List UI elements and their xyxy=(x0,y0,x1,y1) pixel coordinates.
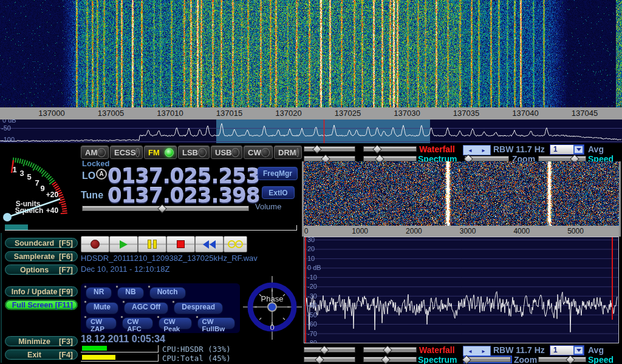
spectrum-range-thumb-bottom[interactable] xyxy=(315,355,324,364)
waterfall-contrast-thumb-top[interactable] xyxy=(372,144,382,154)
cw-fullbw-button[interactable]: CW FullBw xyxy=(197,317,236,329)
phase-dial[interactable]: Phase 0 xyxy=(243,276,302,340)
mode-fm-button[interactable]: FM xyxy=(144,146,177,159)
rf-frequency-ruler[interactable]: 1370001370051370101370151370201370251370… xyxy=(0,107,622,120)
pause-icon-bar2 xyxy=(153,240,157,249)
mute-button[interactable]: Mute xyxy=(86,302,118,314)
waterfall-contrast-slider-bottom[interactable] xyxy=(363,347,417,352)
hdsdr-window: 1370001370051370101370151370201370251370… xyxy=(0,0,622,364)
options-button[interactable]: Options [F7] xyxy=(5,265,78,275)
phase-marker[interactable] xyxy=(268,303,276,311)
soundcard-label: Soundcard xyxy=(10,239,59,248)
speed-slider-top[interactable] xyxy=(538,156,586,161)
playback-progress-track[interactable] xyxy=(5,230,297,231)
pause-button[interactable] xyxy=(138,236,166,252)
audio-spectrum-canvas[interactable] xyxy=(304,237,618,343)
db-scale-label: -30 xyxy=(307,292,317,300)
info-update-button[interactable]: Info / Update [F9] xyxy=(5,286,78,297)
audio-frequency-ruler[interactable]: 010002000300040005000 xyxy=(304,226,619,237)
mode-am-label: AM xyxy=(85,148,97,157)
loop-button[interactable] xyxy=(224,236,247,252)
ruler-label: 137045 xyxy=(572,109,598,118)
rbw-decrease-arrow-bottom[interactable]: ◂ xyxy=(468,348,471,354)
avg-select-top[interactable]: 1 xyxy=(550,144,584,155)
waterfall-brightness-slider-bottom[interactable] xyxy=(304,347,355,352)
zoom-slider-bottom[interactable] xyxy=(465,357,511,362)
nb-button[interactable]: NB xyxy=(117,287,143,299)
smeter-tick-7: 7 xyxy=(35,178,39,187)
cw-peak-button[interactable]: CW Peak xyxy=(159,317,191,329)
exit-key: [F4] xyxy=(59,351,73,359)
mode-lsb-button[interactable]: LSB xyxy=(178,146,210,159)
spectrum-offset-slider-bottom[interactable] xyxy=(363,357,417,362)
zoom-thumb-bottom[interactable] xyxy=(462,355,471,364)
waterfall-contrast-slider-top[interactable] xyxy=(363,146,417,152)
soundcard-button[interactable]: Soundcard [F5] xyxy=(5,238,78,248)
exit-button[interactable]: Exit [F4] xyxy=(5,349,78,360)
cw-zap-button[interactable]: CW ZAP xyxy=(86,317,117,329)
spectrum-range-slider-bottom[interactable] xyxy=(304,357,355,362)
despread-button[interactable]: Despread xyxy=(174,302,223,314)
avg-label-bottom: Avg xyxy=(588,345,604,355)
playback-progress-fill[interactable] xyxy=(5,224,28,230)
audio-waterfall-display[interactable] xyxy=(304,161,619,226)
avg-dropdown-arrow-bottom[interactable] xyxy=(573,346,584,355)
stop-button[interactable] xyxy=(166,236,195,252)
speed-slider-bottom[interactable] xyxy=(538,357,586,362)
ruler-label: 4000 xyxy=(513,227,530,235)
minimize-button[interactable]: Minimize [F3] xyxy=(5,336,78,346)
speed-thumb-bottom[interactable] xyxy=(566,355,576,364)
ruler-tick xyxy=(348,103,349,107)
play-button[interactable] xyxy=(109,236,138,252)
notch-button[interactable]: Notch xyxy=(149,287,186,299)
samplerate-button[interactable]: Samplerate [F6] xyxy=(5,251,78,261)
info-update-key: [F9] xyxy=(59,288,73,296)
options-key: [F7] xyxy=(59,266,73,274)
waterfall-contrast-thumb-bottom[interactable] xyxy=(383,345,392,355)
playback-progress-end-tick xyxy=(296,225,297,231)
spectrum-range-slider-top[interactable] xyxy=(304,156,355,161)
waterfall-brightness-slider-top[interactable] xyxy=(304,146,355,152)
recording-filename[interactable]: HDSDR_20111210_120938Z_137025kHz_RF.wav xyxy=(81,254,258,263)
cpu-hdsdr-bar-fill xyxy=(82,346,107,351)
volume-slider-thumb[interactable] xyxy=(157,204,167,214)
rf-waterfall-display[interactable] xyxy=(0,0,622,107)
rewind-button[interactable] xyxy=(195,236,224,252)
audio-spectrum-panel[interactable]: 3020100 dB-10-20-30-40-50-60-70-80 xyxy=(304,237,619,343)
cw-afc-button[interactable]: CW AFC xyxy=(122,317,153,329)
zoom-slider-top[interactable] xyxy=(465,156,509,161)
audio-frame-right xyxy=(619,161,621,237)
rf-spectrum-canvas[interactable] xyxy=(0,120,622,143)
ruler-tick xyxy=(585,103,586,107)
waterfall-brightness-thumb-top[interactable] xyxy=(312,144,322,154)
rbw-spinner-bottom[interactable]: ◂ ▸ xyxy=(463,346,491,356)
waterfall-brightness-thumb-bottom[interactable] xyxy=(320,345,329,355)
mode-am-button[interactable]: AM xyxy=(81,146,109,159)
fullscreen-button[interactable]: Full Screen [F11] xyxy=(5,300,78,310)
volume-slider[interactable] xyxy=(82,206,249,211)
rbw-decrease-arrow-top[interactable]: ◂ xyxy=(468,147,471,153)
lo-auto-badge[interactable]: A xyxy=(96,169,107,180)
rbw-increase-arrow-top[interactable]: ▸ xyxy=(482,147,485,153)
extio-button[interactable]: ExtIO xyxy=(262,186,295,199)
avg-dropdown-arrow-top[interactable] xyxy=(573,145,584,154)
record-button[interactable] xyxy=(81,236,109,252)
rf-spectrum-strip[interactable]: 0 dB-50-100 xyxy=(0,120,622,143)
audio-ruler-ticks xyxy=(304,221,619,226)
mode-usb-button[interactable]: USB xyxy=(211,146,242,159)
nr-button[interactable]: NR xyxy=(86,287,112,299)
freqmgr-button[interactable]: FreqMgr xyxy=(258,167,298,180)
spectrum-offset-slider-top[interactable] xyxy=(363,156,417,161)
rbw-spinner-top[interactable]: ◂ ▸ xyxy=(463,145,491,155)
ruler-tick xyxy=(466,103,467,107)
db-scale-label: -10 xyxy=(307,274,317,281)
spectrum-offset-thumb-bottom[interactable] xyxy=(381,355,391,364)
avg-select-bottom[interactable]: 1 xyxy=(550,345,584,356)
rbw-increase-arrow-bottom[interactable]: ▸ xyxy=(482,348,485,354)
mode-cw-button[interactable]: CW xyxy=(244,146,273,159)
mode-drm-label: DRM xyxy=(278,148,296,157)
mode-drm-button[interactable]: DRM xyxy=(274,146,302,159)
agc-off-button[interactable]: AGC Off xyxy=(124,302,168,314)
tune-frequency-value[interactable]: 0137.023.398 xyxy=(108,183,259,207)
mode-ecss-button[interactable]: ECSS xyxy=(110,146,143,159)
